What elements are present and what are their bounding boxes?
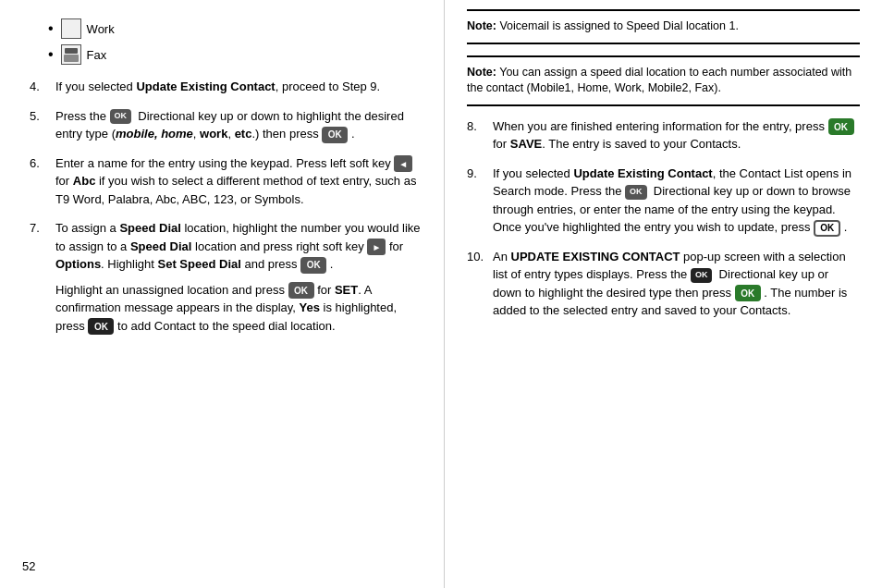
note-2: Note: You can assign a speed dial locati… — [467, 55, 860, 106]
step-5-num: 5. — [30, 107, 55, 143]
step-6: 6. Enter a name for the entry using the … — [30, 154, 422, 209]
step-8-num: 8. — [467, 117, 493, 153]
right-column: Note: Voicemail is assigned to Speed Dia… — [444, 0, 882, 588]
ok-button-10b[interactable]: OK — [735, 285, 761, 301]
ok-button-9b[interactable]: OK — [814, 220, 840, 237]
step-8-content: When you are finished entering informati… — [493, 117, 860, 153]
page-number: 52 — [22, 559, 35, 573]
ok-button-10a[interactable]: OK — [691, 268, 713, 283]
note-1: Note: Voicemail is assigned to Speed Dia… — [467, 9, 860, 44]
step-9: 9. If you selected Update Existing Conta… — [467, 165, 860, 237]
ok-button-9a[interactable]: OK — [625, 185, 647, 200]
list-item-fax: Fax — [48, 44, 422, 65]
right-soft-key-7[interactable]: ► — [367, 239, 386, 255]
step-7: 7. To assign a Speed Dial location, high… — [30, 219, 422, 335]
step-4: 4. If you selected Update Existing Conta… — [30, 78, 422, 96]
step-10: 10. An UPDATE EXISTING CONTACT pop-up sc… — [467, 248, 860, 320]
step-4-num: 4. — [30, 78, 55, 96]
work-label: Work — [87, 22, 115, 36]
step-6-num: 6. — [30, 154, 55, 209]
work-icon — [61, 18, 81, 39]
step-8: 8. When you are finished entering inform… — [467, 117, 860, 153]
ok-button-7b[interactable]: OK — [288, 282, 314, 299]
ok-button-7c[interactable]: OK — [88, 318, 114, 335]
step-4-content: If you selected Update Existing Contact,… — [55, 78, 422, 96]
ok-button-7a[interactable]: OK — [300, 257, 326, 274]
step-7-content: To assign a Speed Dial location, highlig… — [55, 219, 422, 335]
note-1-label: Note: — [467, 19, 496, 32]
left-soft-key-6[interactable]: ◄ — [394, 155, 412, 172]
step-7-num: 7. — [30, 219, 55, 335]
ok-button-5[interactable]: OK — [110, 109, 132, 124]
fax-icon — [61, 44, 81, 65]
step-9-content: If you selected Update Existing Contact,… — [493, 165, 860, 237]
ok-button-5b[interactable]: OK — [322, 127, 348, 143]
step-9-num: 9. — [467, 165, 493, 237]
step-5: 5. Press the OK Directional key up or do… — [30, 107, 422, 143]
left-column: Work Fax 4. If you selected Update Exist… — [0, 0, 444, 588]
bullet-list: Work Fax — [48, 18, 422, 65]
step-10-num: 10. — [467, 248, 493, 320]
list-item-work: Work — [48, 18, 422, 39]
note-1-text: Voicemail is assigned to Speed Dial loca… — [496, 19, 739, 32]
fax-label: Fax — [87, 48, 107, 62]
step-10-content: An UPDATE EXISTING CONTACT pop-up screen… — [493, 248, 860, 320]
note-2-label: Note: — [467, 66, 496, 79]
ok-button-8[interactable]: OK — [828, 118, 854, 135]
step-6-content: Enter a name for the entry using the key… — [55, 154, 422, 209]
note-2-text: You can assign a speed dial location to … — [467, 66, 851, 95]
step-5-content: Press the OK Directional key up or down … — [55, 107, 422, 143]
